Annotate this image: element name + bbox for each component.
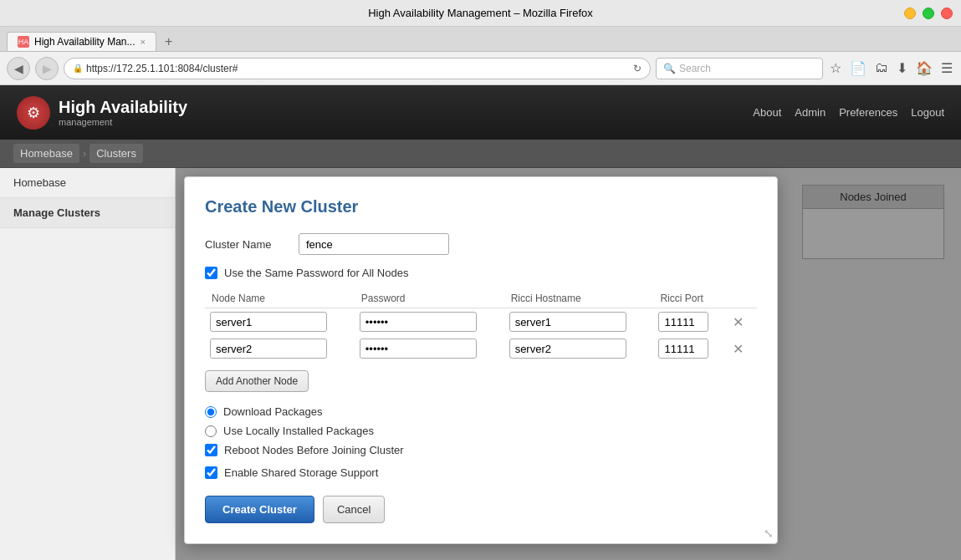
download-packages-radio[interactable] xyxy=(205,406,217,418)
search-icon: 🔍 xyxy=(663,63,676,74)
reboot-label[interactable]: Reboot Nodes Before Joining Cluster xyxy=(224,444,404,456)
bookmark-icon[interactable]: ☆ xyxy=(828,59,843,78)
logo-icon: ⚙ xyxy=(17,96,50,130)
download-packages-row: Download Packages xyxy=(205,405,757,418)
col-password: Password xyxy=(355,289,504,308)
resize-handle-icon[interactable]: ⤡ xyxy=(764,527,774,540)
reboot-checkbox[interactable] xyxy=(205,444,217,456)
cluster-name-label: Cluster Name xyxy=(205,238,289,251)
remove-node-button-1[interactable]: ✕ xyxy=(729,314,747,330)
browser-title: High Availability Management – Mozilla F… xyxy=(368,7,593,19)
node-ricci-port-input-1[interactable] xyxy=(658,312,708,332)
package-options: Download Packages Use Locally Installed … xyxy=(205,405,757,437)
browser-tab[interactable]: HA High Availability Man... × xyxy=(7,32,156,51)
app-logo: ⚙ High Availability management xyxy=(17,96,187,130)
sidebar: Homebase Manage Clusters xyxy=(0,168,176,560)
app-header: ⚙ High Availability management About Adm… xyxy=(0,85,961,140)
local-packages-label[interactable]: Use Locally Installed Packages xyxy=(223,425,374,437)
url-bar[interactable]: 🔒 https://172.25.1.101:8084/cluster# ↻ xyxy=(64,58,651,79)
table-row: ✕ xyxy=(205,335,757,362)
toolbar-icons: ☆ 📄 🗂 ⬇ 🏠 ☰ xyxy=(828,59,954,78)
download-packages-label[interactable]: Download Packages xyxy=(223,405,323,418)
same-password-checkbox[interactable] xyxy=(205,267,217,279)
logout-link[interactable]: Logout xyxy=(911,106,944,119)
app-title: High Availability xyxy=(59,98,187,117)
preferences-link[interactable]: Preferences xyxy=(839,106,897,119)
shared-storage-label[interactable]: Enable Shared Storage Support xyxy=(224,466,378,479)
breadcrumb-separator: › xyxy=(83,147,86,160)
pocket-icon[interactable]: 🗂 xyxy=(873,59,890,78)
breadcrumb-bar: Homebase › Clusters xyxy=(0,140,961,168)
back-button[interactable]: ◀ xyxy=(7,57,30,80)
col-node-name: Node Name xyxy=(205,289,355,308)
shared-storage-checkbox[interactable] xyxy=(205,466,217,479)
node-password-input-1[interactable] xyxy=(360,312,477,332)
col-ricci-hostname: Ricci Hostname xyxy=(504,289,654,308)
minimize-button[interactable] xyxy=(904,8,916,19)
node-ricci-host-input-2[interactable] xyxy=(509,339,626,359)
node-ricci-port-input-2[interactable] xyxy=(658,339,708,359)
logo-text: High Availability management xyxy=(59,98,187,127)
local-packages-radio[interactable] xyxy=(205,425,217,437)
node-name-input-2[interactable] xyxy=(210,339,327,359)
reboot-row: Reboot Nodes Before Joining Cluster xyxy=(205,444,757,456)
modal-overlay: Create New Cluster Cluster Name Use the … xyxy=(176,168,961,560)
menu-icon[interactable]: ☰ xyxy=(939,59,954,78)
search-box[interactable]: 🔍 Search xyxy=(656,58,823,79)
breadcrumb-homebase[interactable]: Homebase xyxy=(13,144,79,163)
download-icon[interactable]: ⬇ xyxy=(895,59,909,78)
col-ricci-port: Ricci Port xyxy=(653,289,724,308)
modal-title: Create New Cluster xyxy=(205,197,757,216)
reload-icon[interactable]: ↻ xyxy=(633,63,642,74)
tab-bar: HA High Availability Man... × + xyxy=(0,27,961,52)
browser-window-controls xyxy=(904,8,953,19)
same-password-label[interactable]: Use the Same Password for All Nodes xyxy=(224,267,408,279)
reader-icon[interactable]: 📄 xyxy=(848,59,868,78)
sidebar-item-homebase[interactable]: Homebase xyxy=(0,168,175,198)
admin-link[interactable]: Admin xyxy=(795,106,826,119)
main-layout: Homebase Manage Clusters Nodes Joined Cr… xyxy=(0,168,961,560)
home-icon[interactable]: 🏠 xyxy=(914,59,934,78)
cluster-name-row: Cluster Name xyxy=(205,233,757,255)
new-tab-button[interactable]: + xyxy=(160,33,177,51)
shared-storage-row: Enable Shared Storage Support xyxy=(205,466,757,479)
app-subtitle: management xyxy=(59,117,187,127)
node-name-input-1[interactable] xyxy=(210,312,327,332)
search-placeholder: Search xyxy=(679,63,711,74)
same-password-row: Use the Same Password for All Nodes xyxy=(205,267,757,279)
maximize-button[interactable] xyxy=(923,8,934,19)
table-row: ✕ xyxy=(205,308,757,336)
create-cluster-button[interactable]: Create Cluster xyxy=(205,496,314,523)
url-text: https://172.25.1.101:8084/cluster# xyxy=(86,63,630,74)
node-ricci-host-input-1[interactable] xyxy=(509,312,626,332)
cluster-name-input[interactable] xyxy=(299,233,449,255)
breadcrumb-clusters[interactable]: Clusters xyxy=(89,144,143,163)
browser-toolbar: ◀ ▶ 🔒 https://172.25.1.101:8084/cluster#… xyxy=(0,52,961,85)
remove-node-button-2[interactable]: ✕ xyxy=(729,341,747,357)
modal-footer: Create Cluster Cancel xyxy=(205,496,757,523)
create-cluster-modal: Create New Cluster Cluster Name Use the … xyxy=(184,176,778,544)
sidebar-item-manage-clusters[interactable]: Manage Clusters xyxy=(0,198,175,228)
forward-button[interactable]: ▶ xyxy=(35,57,59,80)
local-packages-row: Use Locally Installed Packages xyxy=(205,425,757,437)
node-password-input-2[interactable] xyxy=(360,339,477,359)
browser-titlebar: High Availability Management – Mozilla F… xyxy=(0,0,961,27)
close-button[interactable] xyxy=(941,8,953,19)
node-table: Node Name Password Ricci Hostname Ricci … xyxy=(205,289,757,362)
tab-favicon: HA xyxy=(18,36,29,48)
add-another-node-button[interactable]: Add Another Node xyxy=(205,370,309,392)
app-nav-links: About Admin Preferences Logout xyxy=(753,106,944,119)
main-content: Nodes Joined Create New Cluster Cluster … xyxy=(176,168,961,560)
about-link[interactable]: About xyxy=(753,106,781,119)
tab-title: High Availability Man... xyxy=(34,36,135,48)
tab-close-icon[interactable]: × xyxy=(141,37,146,47)
cancel-button[interactable]: Cancel xyxy=(323,496,385,523)
